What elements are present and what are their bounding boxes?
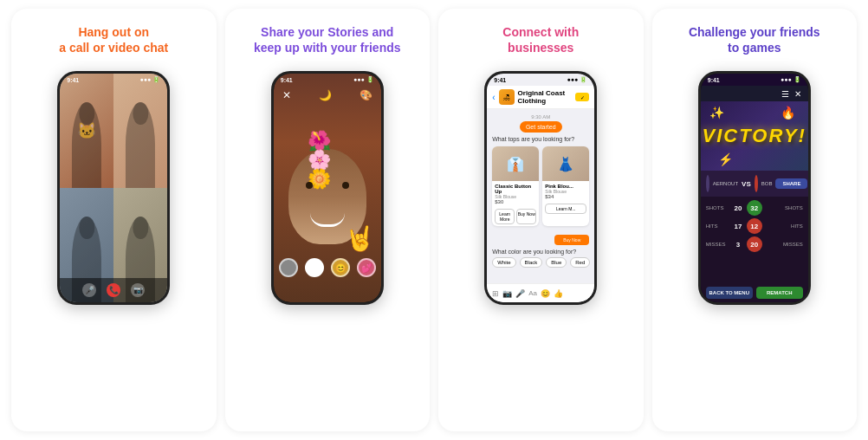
buy-now-btn-1[interactable]: Buy Now (516, 209, 536, 224)
vs-label: VS (742, 180, 751, 188)
grid-icon[interactable]: ⊞ (492, 289, 499, 298)
like-icon[interactable]: 👍 (554, 289, 563, 298)
filter-dot-1[interactable] (279, 258, 298, 277)
product-info-2: Pink Blou... Silk Blouse $34 (542, 181, 589, 202)
player2-avatar: 👤 (755, 175, 758, 192)
spark-1: ✨ (709, 106, 724, 120)
learn-more-btn-1[interactable]: Learn More (495, 209, 515, 224)
color-red[interactable]: Red (570, 257, 590, 268)
rock-hand-emoji: 🤘 (345, 224, 375, 253)
card4-phone-wrapper: 9:41 ●●● 🔋 ☰ ✕ ✨ 🔥 ⚡ VICTORY! (661, 71, 849, 423)
product-image-2: 👗 (542, 146, 589, 181)
close-icon: ✕ (282, 89, 291, 101)
product-image-1: 👔 (492, 146, 539, 181)
buy-now-main-btn[interactable]: Buy Now (554, 235, 589, 245)
stories-top-icons: ✕ 🌙 🎨 (274, 89, 381, 101)
player2-name: BOB (761, 181, 773, 186)
card-business: Connect with businesses 9:41 ●●● 🔋 ‹ 🏖 O… (438, 9, 644, 431)
card3-time: 9:41 (494, 77, 506, 83)
mute-button[interactable]: 🎤 (82, 283, 96, 297)
card4-signal: ●●● 🔋 (781, 76, 801, 83)
face-with-filter: 🌺🌸🌼 🤘 (288, 149, 366, 244)
card3-signal: ●●● 🔋 (567, 76, 588, 83)
card2-screen: 9:41 ●●● 🔋 ✕ 🌙 🎨 🌺🌸🌼 (274, 74, 381, 302)
product-name-1: Classic Button Up (495, 184, 536, 194)
verified-check: ✓ (575, 93, 589, 101)
card2-status-bar: 9:41 ●●● 🔋 (274, 74, 381, 86)
end-call-button[interactable]: 📞 (107, 283, 120, 297)
back-to-menu-button[interactable]: BACK TO MENU (706, 287, 753, 299)
product-info-1: Classic Button Up Silk Blouse $30 (492, 181, 539, 207)
chat-header: ‹ 🏖 Original Coast Clothing ✓ (487, 86, 594, 109)
games-bg: ☰ ✕ ✨ 🔥 ⚡ VICTORY! 😎 AERNOUT VS (701, 74, 808, 302)
misses-label: MISSES (706, 242, 729, 247)
card2-time: 9:41 (281, 77, 293, 83)
video-call-grid: 🐱 (60, 74, 167, 302)
eye-right (342, 182, 349, 189)
chat-time: 9:30 AM (492, 114, 589, 120)
text-input[interactable]: Aa (528, 289, 537, 297)
card2-title: Share your Stories and keep up with your… (254, 24, 401, 59)
back-button[interactable]: ‹ (492, 93, 495, 102)
victory-text: VICTORY! (703, 125, 806, 147)
shots-circle: 32 (747, 200, 762, 216)
rematch-button[interactable]: REMATCH (756, 287, 803, 299)
product-btns-1: Learn More Buy Now (492, 207, 539, 226)
card1-phone: 9:41 ●●● 🔋 🐱 (57, 71, 170, 305)
video-button[interactable]: 📷 (131, 283, 145, 297)
filter-dot-4[interactable]: 💕 (357, 258, 376, 277)
card3-screen: 9:41 ●●● 🔋 ‹ 🏖 Original Coast Clothing ✓… (487, 74, 594, 302)
action-buttons: BACK TO MENU REMATCH (701, 283, 808, 302)
card4-time: 9:41 (708, 77, 720, 83)
business-logo: 🏖 (499, 89, 515, 105)
game-header: ☰ ✕ (701, 86, 808, 101)
stories-bg: ✕ 🌙 🎨 🌺🌸🌼 🤘 (274, 74, 381, 302)
victory-area: ✨ 🔥 ⚡ VICTORY! (701, 101, 808, 171)
card1-status-bar: 9:41 ●●● 🔋 (60, 74, 167, 86)
eye-left (306, 182, 313, 189)
chat-body: 9:30 AM Get started What tops are you lo… (487, 109, 594, 283)
hits-circle: 12 (747, 218, 762, 234)
game-close-icon[interactable]: ✕ (794, 89, 801, 99)
card4-screen: 9:41 ●●● 🔋 ☰ ✕ ✨ 🔥 ⚡ VICTORY! (701, 74, 808, 302)
product-card-1: 👔 Classic Button Up Silk Blouse $30 Lear… (492, 146, 539, 226)
hamburger-icon[interactable]: ☰ (781, 89, 789, 99)
color-black[interactable]: Black (520, 257, 543, 268)
share-button[interactable]: SHARE (775, 178, 807, 189)
shots-label: SHOTS (706, 205, 729, 210)
hits-label: HITS (706, 223, 729, 229)
card-games: Challenge your friends to games 9:41 ●●●… (652, 9, 858, 431)
card1-title: Hang out on a call or video chat (59, 24, 168, 59)
card1-phone-wrapper: 9:41 ●●● 🔋 🐱 (20, 71, 208, 423)
mic-icon[interactable]: 🎤 (515, 289, 525, 298)
video-cell-2 (113, 74, 167, 188)
emoji-icon[interactable]: 😊 (541, 289, 550, 298)
product-cards: 👔 Classic Button Up Silk Blouse $30 Lear… (492, 146, 589, 226)
filter-dot-2[interactable] (305, 258, 324, 277)
shots-val1: 20 (731, 204, 745, 212)
smile (310, 213, 345, 227)
color-blue[interactable]: Blue (546, 257, 567, 268)
card-video-call: Hang out on a call or video chat 9:41 ●●… (11, 9, 217, 431)
palette-icon: 🎨 (360, 89, 372, 101)
card3-status-bar: 9:41 ●●● 🔋 (487, 74, 594, 86)
card4-phone: 9:41 ●●● 🔋 ☰ ✕ ✨ 🔥 ⚡ VICTORY! (698, 71, 811, 305)
cards-container: Hang out on a call or video chat 9:41 ●●… (0, 0, 868, 440)
filter-dot-3[interactable]: 😊 (331, 258, 350, 277)
spark-3: ⚡ (718, 152, 733, 166)
card1-time: 9:41 (67, 77, 79, 83)
score-row-shots: SHOTS 20 32 SHOTS (706, 200, 803, 216)
player1-name: AERNOUT (713, 181, 738, 186)
color-white[interactable]: White (492, 257, 515, 268)
camera-icon[interactable]: 📷 (502, 289, 512, 298)
learn-more-btn-2[interactable]: Learn M... (545, 204, 586, 214)
product-price-2: $34 (545, 194, 586, 199)
business-chat-bg: ‹ 🏖 Original Coast Clothing ✓ 9:30 AM Ge… (487, 74, 594, 302)
product-card-2: 👗 Pink Blou... Silk Blouse $34 Learn M..… (542, 146, 589, 226)
call-controls: 🎤 📞 📷 (60, 278, 167, 302)
card3-title: Connect with businesses (502, 24, 579, 59)
hits-val1: 17 (731, 223, 745, 230)
question1: What tops are you looking for? (492, 136, 589, 142)
card3-phone-wrapper: 9:41 ●●● 🔋 ‹ 🏖 Original Coast Clothing ✓… (447, 71, 635, 423)
video-cell-1: 🐱 (60, 74, 113, 188)
